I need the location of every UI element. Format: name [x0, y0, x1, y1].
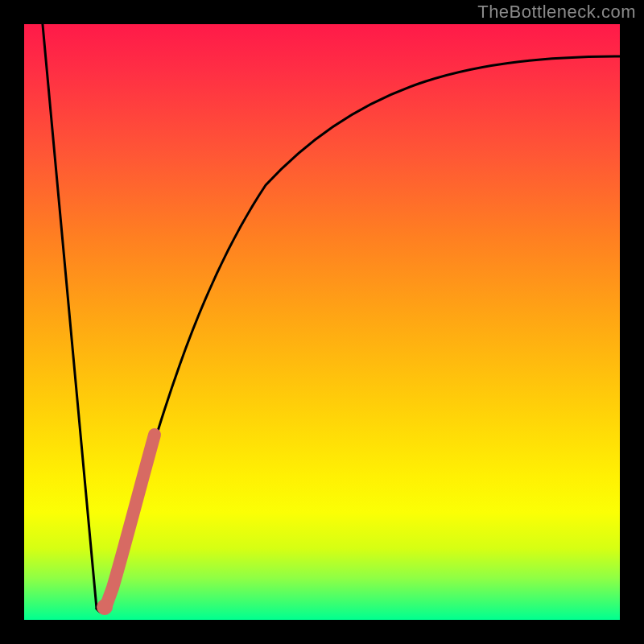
- plot-area: [24, 24, 620, 620]
- watermark-label: TheBottleneck.com: [477, 2, 636, 23]
- outer-frame: TheBottleneck.com: [0, 0, 644, 644]
- curve-layer: [24, 24, 620, 620]
- curve-left-arm: [42, 24, 97, 609]
- highlight-endcap-icon: [97, 599, 113, 615]
- curve-right-arm: [97, 56, 620, 613]
- highlight-segment: [106, 435, 155, 605]
